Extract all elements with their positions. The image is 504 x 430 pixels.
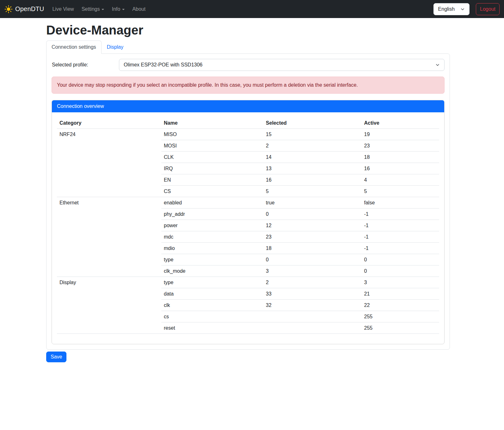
selected-cell: 12	[263, 220, 361, 231]
table-row: NRF24MISO1519	[57, 129, 439, 140]
nav-item-live-view[interactable]: Live View	[50, 4, 76, 15]
nav-item-about[interactable]: About	[130, 4, 148, 15]
active-cell: -1	[362, 231, 439, 243]
active-cell: 0	[362, 265, 439, 277]
chevron-down-icon	[435, 63, 440, 67]
name-cell: mdc	[161, 231, 264, 243]
name-cell: clk	[161, 300, 264, 311]
column-header-active: Active	[362, 117, 439, 129]
main-content: Device-Manager Connection settings Displ…	[46, 23, 450, 362]
profile-select[interactable]: Olimex ESP32-POE with SSD1306	[119, 59, 445, 71]
connection-overview-header: Connection overview	[52, 100, 444, 112]
save-button[interactable]: Save	[46, 352, 66, 362]
active-cell: 255	[362, 322, 439, 334]
selected-cell	[263, 322, 361, 334]
connection-overview-table: Category Name Selected Active NRF24MISO1…	[57, 117, 439, 334]
selected-cell: true	[263, 197, 361, 209]
connection-overview-body: Category Name Selected Active NRF24MISO1…	[52, 112, 444, 344]
name-cell: power	[161, 220, 264, 231]
profile-row: Selected profile: Olimex ESP32-POE with …	[52, 59, 445, 71]
incompatible-profile-warning: Your device may stop responding if you s…	[52, 77, 445, 94]
name-cell: CS	[161, 186, 264, 197]
tab-connection-settings[interactable]: Connection settings	[46, 41, 102, 54]
active-cell: 23	[362, 140, 439, 152]
connection-settings-panel: Selected profile: Olimex ESP32-POE with …	[46, 53, 450, 350]
name-cell: phy_addr	[161, 209, 264, 220]
selected-cell: 3	[263, 265, 361, 277]
active-cell: 0	[362, 254, 439, 265]
selected-cell: 2	[263, 140, 361, 152]
nav-item-settings[interactable]: Settings	[79, 4, 107, 15]
chevron-down-icon	[102, 9, 104, 10]
name-cell: EN	[161, 174, 264, 186]
nav-item-label: Live View	[52, 6, 74, 12]
brand[interactable]: OpenDTU	[4, 5, 44, 13]
column-header-category: Category	[57, 117, 161, 129]
sun-icon	[4, 5, 13, 13]
tab-bar: Connection settings Display	[46, 41, 450, 53]
active-cell: 3	[362, 277, 439, 288]
nav-item-label: About	[132, 6, 146, 12]
active-cell: -1	[362, 220, 439, 231]
profile-label: Selected profile:	[52, 62, 119, 68]
name-cell: clk_mode	[161, 265, 264, 277]
active-cell: -1	[362, 243, 439, 254]
navbar: OpenDTU Live View Settings Info About En…	[0, 0, 504, 18]
name-cell: enabled	[161, 197, 264, 209]
name-cell: type	[161, 254, 264, 265]
brand-title: OpenDTU	[15, 5, 44, 13]
page-title: Device-Manager	[46, 23, 450, 37]
column-header-name: Name	[161, 117, 264, 129]
active-cell: -1	[362, 209, 439, 220]
selected-cell: 32	[263, 300, 361, 311]
name-cell: cs	[161, 311, 264, 322]
table-header-row: Category Name Selected Active	[57, 117, 439, 129]
active-cell: 255	[362, 311, 439, 322]
selected-cell: 23	[263, 231, 361, 243]
active-cell: 5	[362, 186, 439, 197]
category-cell: NRF24	[57, 129, 161, 197]
selected-cell: 5	[263, 186, 361, 197]
selected-cell: 14	[263, 152, 361, 163]
profile-select-value: Olimex ESP32-POE with SSD1306	[124, 62, 435, 68]
name-cell: MISO	[161, 129, 264, 140]
active-cell: 4	[362, 174, 439, 186]
nav-links: Live View Settings Info About	[48, 4, 149, 15]
name-cell: mdio	[161, 243, 264, 254]
selected-cell: 13	[263, 163, 361, 174]
active-cell: 16	[362, 163, 439, 174]
name-cell: IRQ	[161, 163, 264, 174]
language-select[interactable]: English	[433, 3, 470, 15]
nav-item-info[interactable]: Info	[109, 4, 127, 15]
category-cell: Ethernet	[57, 197, 161, 277]
tab-display[interactable]: Display	[102, 41, 129, 54]
language-select-value: English	[438, 6, 455, 12]
name-cell: MOSI	[161, 140, 264, 152]
nav-item-label: Info	[112, 6, 120, 12]
active-cell: 21	[362, 288, 439, 300]
name-cell: data	[161, 288, 264, 300]
selected-cell: 16	[263, 174, 361, 186]
selected-cell: 18	[263, 243, 361, 254]
selected-cell: 2	[263, 277, 361, 288]
table-row: Displaytype23	[57, 277, 439, 288]
selected-cell	[263, 311, 361, 322]
selected-cell: 0	[263, 209, 361, 220]
name-cell: reset	[161, 322, 264, 334]
connection-overview-card: Connection overview Category Name Select…	[52, 100, 445, 344]
active-cell: false	[362, 197, 439, 209]
chevron-down-icon	[460, 7, 465, 11]
active-cell: 19	[362, 129, 439, 140]
table-row: Ethernetenabledtruefalse	[57, 197, 439, 209]
navbar-right: English Logout	[433, 3, 500, 15]
logout-button[interactable]: Logout	[476, 3, 500, 15]
selected-cell: 15	[263, 129, 361, 140]
overview-table-body: NRF24MISO1519MOSI223CLK1418IRQ1316EN164C…	[57, 129, 439, 334]
selected-cell: 33	[263, 288, 361, 300]
category-cell: Display	[57, 277, 161, 334]
column-header-selected: Selected	[263, 117, 361, 129]
nav-item-label: Settings	[82, 6, 100, 12]
chevron-down-icon	[122, 9, 125, 10]
name-cell: type	[161, 277, 264, 288]
active-cell: 22	[362, 300, 439, 311]
